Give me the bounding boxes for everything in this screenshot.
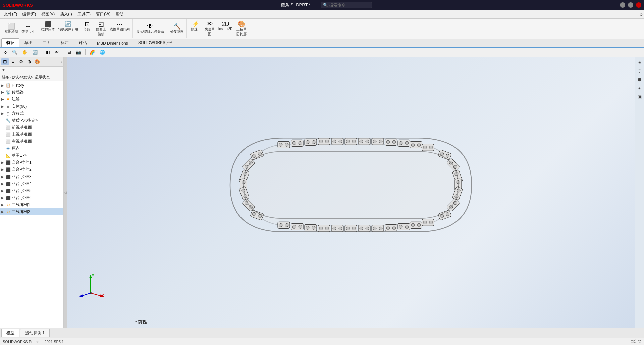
- menu-help[interactable]: 帮助: [113, 10, 126, 18]
- appearance-button[interactable]: 🌈: [88, 49, 97, 55]
- svg-point-44: [306, 226, 309, 229]
- view-zoom-button[interactable]: 🔍: [10, 49, 19, 55]
- view-rotate-button[interactable]: 🔄: [31, 49, 39, 55]
- expand-icon[interactable]: »: [640, 11, 643, 17]
- section-view-button[interactable]: ⊟: [66, 49, 73, 55]
- coordinate-axes: Y X: [77, 273, 104, 301]
- tree-arrow: ▶: [1, 84, 5, 87]
- tab-motion[interactable]: 运动算例 1: [20, 329, 50, 337]
- tree-item-history[interactable]: ▶ 📋 History: [0, 82, 63, 89]
- panel-resize-handle[interactable]: ◁: [64, 57, 67, 328]
- search-input[interactable]: [329, 3, 370, 7]
- svg-point-62: [386, 226, 390, 229]
- tree-arrow: ▶: [1, 161, 5, 164]
- tree-arrow: ▶: [1, 189, 5, 193]
- display-manager-tab[interactable]: 🎨: [34, 58, 41, 65]
- tree-label-extrude5: 凸台-拉伸5: [12, 188, 32, 194]
- close-button[interactable]: [636, 2, 641, 8]
- right-panel-realview[interactable]: ●: [636, 84, 643, 92]
- tree-item-curve-pattern2[interactable]: ▶ ⚙ 曲线阵列2: [0, 208, 63, 215]
- svg-point-65: [399, 225, 402, 228]
- right-panel-decals[interactable]: ⬢: [636, 76, 643, 83]
- property-manager-tab[interactable]: ≡: [9, 58, 17, 65]
- right-panel-scene[interactable]: ⬡: [636, 67, 643, 74]
- quick-snap-button[interactable]: ⚡ 快速...: [189, 20, 202, 37]
- tree-item-equation[interactable]: ▶ ∑ 方程式: [0, 110, 63, 117]
- ribbon-tab-bar: 特征 草图 曲面 标注 评估 MBD Dimensions SOLIDWORKS…: [0, 39, 644, 48]
- svg-point-24: [379, 140, 382, 143]
- tree-header: 链条 (默认<<默认>_显示状态: [0, 73, 63, 81]
- tab-solidworks-plugins[interactable]: SOLIDWORKS 插件: [133, 38, 180, 47]
- menu-file[interactable]: 文件(F): [1, 10, 20, 18]
- repair-sketch-button[interactable]: 🔨 修复草图: [169, 23, 185, 35]
- view-orientation-button[interactable]: ⊹: [2, 49, 9, 55]
- menu-edit[interactable]: 编辑(E): [20, 10, 39, 18]
- config-manager-tab[interactable]: ⚙: [17, 58, 25, 65]
- tree-item-right-plane[interactable]: ▶ ⬜ 右视基准面: [0, 138, 63, 145]
- tree-item-extrude5[interactable]: ▶ ⬛ 凸台-拉伸5: [0, 187, 63, 194]
- tree-item-extrude6[interactable]: ▶ ⬛ 凸台-拉伸6: [0, 194, 63, 201]
- tree-item-front-plane[interactable]: ▶ ⬜ 前视基准面: [0, 124, 63, 131]
- right-panel-appearance[interactable]: ◈: [636, 58, 643, 66]
- tree-item-sensor[interactable]: ▶ 📡 传感器: [0, 89, 63, 96]
- tab-model[interactable]: 模型: [1, 329, 19, 337]
- tree-item-curve-pattern1[interactable]: ▶ ⚙ 曲线阵列1: [0, 201, 63, 208]
- tree-item-extrude2[interactable]: ▶ ⬛ 凸台-拉伸2: [0, 166, 63, 173]
- scene-button[interactable]: 🌐: [98, 49, 107, 55]
- menu-window[interactable]: 窗口(W): [93, 10, 113, 18]
- maximize-button[interactable]: [628, 2, 633, 8]
- panel-expand-btn[interactable]: ›: [60, 59, 62, 64]
- upper-color-button[interactable]: 🎨 上色草图轮廓: [235, 20, 248, 37]
- tree-item-origin[interactable]: ▶ ✚ 原点: [0, 145, 63, 152]
- tab-surface[interactable]: 曲面: [38, 38, 56, 47]
- main-area: ⊞ ≡ ⚙ ⊕ 🎨 › ▼ 链条 (默认<<默认>_显示状态 ▶ 📋 Histo…: [0, 57, 644, 328]
- show-hide-geom-button[interactable]: 👁 显示/隐除几何关系: [135, 23, 165, 35]
- view-pan-button[interactable]: ✋: [20, 49, 29, 55]
- linear-sketch-button[interactable]: ⋯ 线性草图阵列: [108, 20, 131, 37]
- quick-view-icon: 👁: [207, 21, 213, 27]
- instant2d-button[interactable]: 2D Instant2D: [217, 20, 234, 37]
- revolve-solid-button[interactable]: 🔄 转换实体引用: [57, 20, 79, 37]
- quick-snap-icon: ⚡: [192, 21, 199, 27]
- quick-view-button[interactable]: 👁 快速草图: [203, 20, 216, 37]
- svg-point-48: [325, 227, 329, 230]
- tab-sketch[interactable]: 草图: [19, 38, 38, 47]
- hide-show-button[interactable]: 👁: [53, 49, 61, 55]
- tab-features[interactable]: 特征: [1, 38, 19, 47]
- extrude-solid-button[interactable]: ⬛ 拉伸实体: [40, 20, 56, 37]
- tab-markup[interactable]: 标注: [56, 38, 74, 47]
- surface-offset-button[interactable]: ◱ 曲面上偏移: [94, 20, 108, 37]
- display-style-button[interactable]: ◧: [44, 49, 52, 55]
- menu-insert[interactable]: 插入(I): [57, 10, 74, 18]
- tree-item-top-plane[interactable]: ▶ ⬜ 上视基准面: [0, 131, 63, 138]
- camera-button[interactable]: 📷: [74, 49, 83, 55]
- tree-item-material[interactable]: ▶ 🔧 材质 <未指定>: [0, 117, 63, 124]
- tree-item-sketch1[interactable]: ▶ 📐 草图1 ->: [0, 152, 63, 159]
- svg-point-57: [366, 227, 369, 230]
- tree-label-sensor: 传感器: [12, 89, 24, 95]
- feature-manager-tab[interactable]: ⊞: [1, 58, 9, 65]
- sketch-draw-button[interactable]: ⬜ 草图绘制: [3, 23, 19, 35]
- tree-item-extrude1[interactable]: ▶ ⬛ 凸台-拉伸1: [0, 159, 63, 166]
- minimize-button[interactable]: [620, 2, 625, 8]
- menu-view[interactable]: 视图(V): [39, 10, 57, 18]
- dim-expert-tab[interactable]: ⊕: [25, 58, 33, 65]
- right-panel-display[interactable]: ▣: [636, 93, 643, 100]
- svg-point-29: [399, 141, 402, 145]
- tree-item-extrude4[interactable]: ▶ ⬛ 凸台-拉伸4: [0, 180, 63, 187]
- tree-item-extrude3[interactable]: ▶ ⬛ 凸台-拉伸3: [0, 173, 63, 180]
- status-left: SOLIDWORKS Premium 2021 SP5.1: [3, 340, 64, 344]
- viewport[interactable]: .chain-link { fill: #e0e0e0; stroke: #44…: [67, 57, 635, 328]
- feature-tree: ▶ 📋 History ▶ 📡 传感器 ▶ A 注解 ▶ ◼ 实体(96): [0, 81, 63, 328]
- tree-item-annotation[interactable]: ▶ A 注解: [0, 96, 63, 103]
- offset-entity-button[interactable]: ⊡ 等距: [80, 20, 94, 37]
- menu-tools[interactable]: 工具(T): [75, 10, 93, 18]
- smart-dimension-button[interactable]: ↔ 智能尺寸: [20, 23, 36, 35]
- extrude2-icon: ⬛: [5, 167, 11, 172]
- tree-item-solid[interactable]: ▶ ◼ 实体(96): [0, 103, 63, 110]
- svg-point-69: [417, 223, 421, 227]
- tab-evaluate[interactable]: 评估: [74, 38, 92, 47]
- svg-point-41: [292, 225, 296, 228]
- tab-mbd[interactable]: MBD Dimensions: [92, 39, 133, 47]
- svg-point-59: [373, 227, 376, 230]
